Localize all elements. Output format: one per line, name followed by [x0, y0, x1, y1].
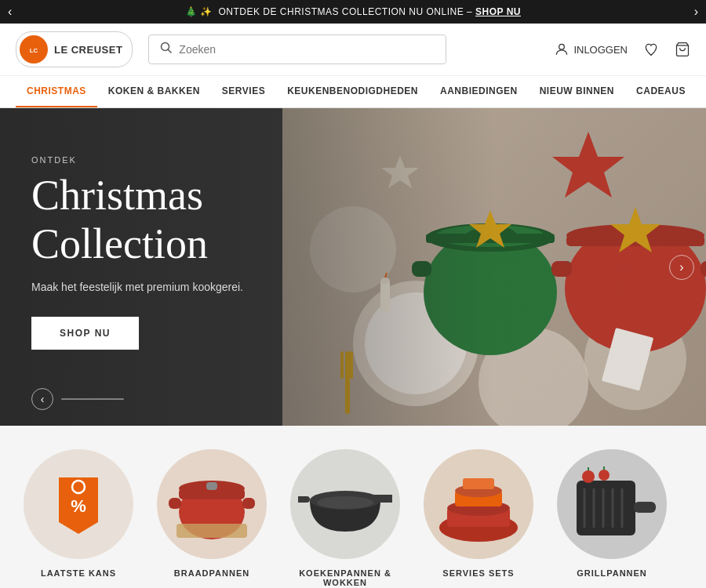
svg-line-3: [168, 49, 171, 53]
svg-point-51: [317, 496, 373, 509]
hero-prev-arrow[interactable]: ‹: [31, 388, 53, 410]
category-circle-servies: [424, 449, 533, 559]
category-laatste-kans[interactable]: % LAATSTE KANS: [16, 449, 141, 587]
logo[interactable]: LC LE CREUSET: [16, 31, 133, 67]
user-icon: [554, 42, 570, 57]
svg-rect-50: [298, 496, 310, 503]
cart-icon: [675, 42, 690, 57]
hero-ontdek-label: ONTDEK: [31, 155, 243, 165]
hero-content: ONTDEK Christmas Collection Maak het fee…: [0, 108, 275, 397]
category-label-braad: BRAADPANNEN: [174, 568, 249, 578]
nav-item-aanbiedingen[interactable]: AANBIEDINGEN: [429, 76, 529, 107]
announcement-shop-link[interactable]: SHOP NU: [475, 6, 521, 17]
announcement-prev-arrow[interactable]: ‹: [8, 5, 12, 19]
svg-rect-46: [206, 482, 217, 490]
header: LC LE CREUSET INLOGGEN: [0, 24, 706, 76]
search-input[interactable]: [179, 43, 435, 56]
category-label-servies: SERVIES SETS: [442, 568, 514, 578]
svg-point-68: [582, 470, 595, 483]
hero-banner: ONTDEK Christmas Collection Maak het fee…: [0, 108, 706, 426]
logo-text: LE CREUSET: [54, 44, 122, 56]
hero-subtitle: Maak het feestelijk met premium kookgere…: [31, 281, 243, 293]
cart-button[interactable]: [675, 42, 690, 57]
nav-item-christmas[interactable]: CHRISTMAS: [16, 76, 97, 107]
search-bar[interactable]: [148, 34, 446, 64]
hero-progress-line: [61, 398, 124, 400]
category-braadpannen[interactable]: BRAADPANNEN: [149, 449, 275, 587]
svg-rect-60: [463, 478, 494, 489]
svg-rect-47: [176, 524, 247, 538]
announcement-next-arrow[interactable]: ›: [694, 5, 698, 19]
category-circle-koeken: [290, 449, 400, 559]
nav-item-servies[interactable]: SERVIES: [211, 76, 276, 107]
svg-rect-45: [242, 498, 255, 509]
categories-section: % LAATSTE KANS: [0, 426, 706, 588]
category-circle-laatste: %: [24, 449, 133, 559]
nav-item-keuken[interactable]: KEUKENBENODIGDHEDEN: [276, 76, 429, 107]
hero-next-arrow[interactable]: ›: [669, 255, 694, 280]
svg-point-4: [559, 44, 565, 49]
category-circle-grill: [557, 449, 667, 559]
category-servies-sets[interactable]: SERVIES SETS: [416, 449, 541, 587]
svg-rect-44: [169, 498, 181, 509]
main-nav: CHRISTMAS KOKEN & BAKKEN SERVIES KEUKENB…: [0, 76, 706, 108]
header-icons: INLOGGEN: [554, 42, 690, 57]
nav-item-koken[interactable]: KOKEN & BAKKEN: [97, 76, 211, 107]
category-label-laatste: LAATSTE KANS: [41, 568, 116, 578]
category-label-grill: GRILLPANNEN: [577, 568, 647, 578]
announcement-text: 🎄 ✨ ONTDEK DE CHRISTMAS COLLECTION NU ON…: [185, 6, 475, 17]
hero-cta-button[interactable]: SHOP NU: [31, 317, 139, 350]
category-circle-braad: [157, 449, 267, 559]
login-label: INLOGGEN: [573, 44, 628, 56]
nav-item-cadeaus[interactable]: CADEAUS: [625, 76, 697, 107]
nav-item-ontdek[interactable]: ONTDEK: [697, 76, 706, 107]
category-grillpannen[interactable]: GRILLPANNEN: [549, 449, 675, 587]
category-label-koeken: KOEKENPANNEN & WOKKEN: [282, 568, 408, 587]
category-koekenpannen[interactable]: KOEKENPANNEN & WOKKEN: [282, 449, 408, 587]
categories-row: % LAATSTE KANS: [16, 449, 690, 587]
hero-nav-arrows: ‹: [31, 388, 124, 410]
nav-item-nieuw[interactable]: NIEUW BINNEN: [529, 76, 625, 107]
hero-title: Christmas Collection: [31, 171, 243, 268]
svg-rect-67: [634, 502, 656, 513]
svg-text:LC: LC: [30, 47, 38, 54]
wishlist-button[interactable]: [643, 42, 659, 57]
login-button[interactable]: INLOGGEN: [554, 42, 628, 57]
svg-point-69: [599, 470, 610, 481]
search-icon: [160, 42, 173, 57]
svg-text:%: %: [71, 496, 86, 516]
logo-icon: LC: [20, 35, 48, 64]
svg-point-39: [72, 481, 85, 493]
announcement-bar: ‹ 🎄 ✨ ONTDEK DE CHRISTMAS COLLECTION NU …: [0, 0, 706, 24]
heart-icon: [643, 42, 659, 57]
